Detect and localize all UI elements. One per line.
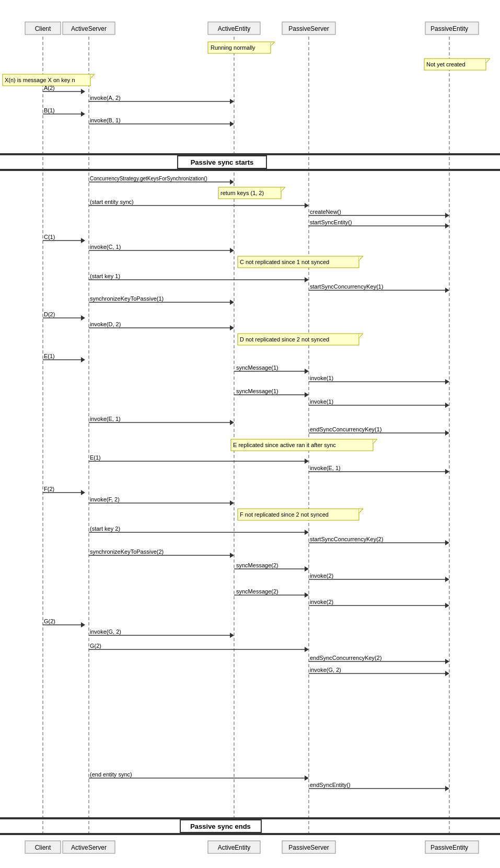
svg-text:A(2): A(2) <box>44 85 55 91</box>
svg-text:syncMessage(1): syncMessage(1) <box>236 364 278 371</box>
svg-marker-129 <box>305 592 309 598</box>
svg-text:PassiveServer: PassiveServer <box>288 844 329 851</box>
svg-text:Passive sync starts: Passive sync starts <box>191 158 254 166</box>
svg-marker-60 <box>305 277 309 282</box>
svg-marker-28 <box>81 111 85 117</box>
svg-text:createNew(): createNew() <box>310 209 341 215</box>
svg-marker-89 <box>445 403 449 408</box>
svg-text:ActiveServer: ActiveServer <box>71 844 107 851</box>
svg-marker-135 <box>81 622 85 627</box>
svg-marker-25 <box>230 99 234 104</box>
svg-text:Passive sync ends: Passive sync ends <box>190 823 251 830</box>
svg-marker-31 <box>230 121 234 127</box>
svg-marker-141 <box>305 647 309 652</box>
svg-text:startSyncConcurrencyKey(1): startSyncConcurrencyKey(1) <box>310 283 383 290</box>
svg-text:syncMessage(1): syncMessage(1) <box>236 388 278 394</box>
svg-marker-138 <box>230 633 234 638</box>
svg-marker-106 <box>81 490 85 495</box>
svg-text:Running normally: Running normally <box>211 44 255 51</box>
svg-text:synchronizeKeyToPassive(2): synchronizeKeyToPassive(2) <box>90 549 164 555</box>
svg-text:PassiveEntity: PassiveEntity <box>431 25 468 32</box>
svg-text:Not yet created: Not yet created <box>426 61 466 67</box>
svg-text:return keys (1, 2): return keys (1, 2) <box>220 190 264 196</box>
svg-marker-92 <box>230 420 234 425</box>
svg-text:G(2): G(2) <box>90 643 101 649</box>
svg-text:D(2): D(2) <box>44 311 55 317</box>
svg-marker-109 <box>230 500 234 506</box>
svg-marker-123 <box>305 566 309 572</box>
svg-marker-83 <box>445 379 449 384</box>
svg-marker-69 <box>81 315 85 321</box>
svg-marker-49 <box>445 223 449 229</box>
svg-marker-126 <box>445 577 449 582</box>
svg-marker-114 <box>305 530 309 535</box>
svg-text:ActiveEntity: ActiveEntity <box>218 844 251 851</box>
svg-text:Client: Client <box>35 844 51 851</box>
svg-text:invoke(2): invoke(2) <box>310 599 333 605</box>
svg-marker-72 <box>230 325 234 330</box>
svg-text:startSyncConcurrencyKey(2): startSyncConcurrencyKey(2) <box>310 536 383 542</box>
svg-marker-22 <box>81 89 85 94</box>
svg-marker-66 <box>230 300 234 305</box>
svg-marker-144 <box>445 659 449 664</box>
svg-marker-43 <box>305 203 309 208</box>
svg-text:D not replicated since 2 not s: D not replicated since 2 not synced <box>240 336 329 342</box>
svg-text:(start key 2): (start key 2) <box>90 526 120 532</box>
svg-marker-103 <box>445 469 449 474</box>
svg-text:(start entity sync): (start entity sync) <box>90 199 134 205</box>
svg-text:invoke(E, 1): invoke(E, 1) <box>90 416 121 422</box>
svg-marker-63 <box>445 288 449 293</box>
svg-text:PassiveEntity: PassiveEntity <box>431 844 468 851</box>
svg-text:syncMessage(2): syncMessage(2) <box>236 588 278 595</box>
svg-text:invoke(D, 2): invoke(D, 2) <box>90 321 121 327</box>
svg-text:Client: Client <box>35 25 51 32</box>
svg-text:invoke(F, 2): invoke(F, 2) <box>90 496 120 502</box>
svg-marker-120 <box>230 553 234 558</box>
svg-text:syncMessage(2): syncMessage(2) <box>236 562 278 568</box>
svg-marker-38 <box>230 179 234 185</box>
svg-marker-55 <box>230 248 234 253</box>
svg-marker-77 <box>81 357 85 362</box>
svg-text:invoke(B, 1): invoke(B, 1) <box>90 117 121 123</box>
svg-text:C(1): C(1) <box>44 234 55 240</box>
svg-marker-147 <box>445 671 449 676</box>
sequence-diagram: Client ActiveServer ActiveEntity Passive… <box>0 0 500 868</box>
svg-text:E replicated since active ran : E replicated since active ran it after s… <box>233 442 336 448</box>
svg-marker-86 <box>305 392 309 397</box>
svg-text:ActiveEntity: ActiveEntity <box>218 25 251 32</box>
svg-text:E(1): E(1) <box>44 353 55 359</box>
svg-text:endSyncEntity(): endSyncEntity() <box>310 782 351 788</box>
svg-text:(end entity sync): (end entity sync) <box>90 771 132 778</box>
svg-marker-46 <box>445 213 449 218</box>
svg-marker-80 <box>305 369 309 374</box>
svg-text:invoke(G, 2): invoke(G, 2) <box>310 667 341 673</box>
svg-text:invoke(1): invoke(1) <box>310 375 333 381</box>
svg-marker-117 <box>445 540 449 545</box>
svg-text:X(n) is message X on key n: X(n) is message X on key n <box>5 77 75 83</box>
svg-text:(start key 1): (start key 1) <box>90 273 120 279</box>
svg-marker-150 <box>305 775 309 781</box>
svg-text:synchronizeKeyToPassive(1): synchronizeKeyToPassive(1) <box>90 295 164 302</box>
svg-text:startSyncEntity(): startSyncEntity() <box>310 219 352 225</box>
svg-text:invoke(A, 2): invoke(A, 2) <box>90 95 121 101</box>
svg-text:ActiveServer: ActiveServer <box>71 25 107 32</box>
svg-text:invoke(G, 2): invoke(G, 2) <box>90 629 121 635</box>
svg-text:endSyncConcurrencyKey(2): endSyncConcurrencyKey(2) <box>310 655 382 661</box>
svg-text:invoke(1): invoke(1) <box>310 398 333 405</box>
svg-text:endSyncConcurrencyKey(1): endSyncConcurrencyKey(1) <box>310 426 382 432</box>
svg-text:invoke(C, 1): invoke(C, 1) <box>90 244 121 250</box>
svg-marker-52 <box>81 238 85 243</box>
svg-text:B(1): B(1) <box>44 107 55 113</box>
svg-text:F not replicated since 2 not s: F not replicated since 2 not synced <box>240 511 329 518</box>
svg-text:invoke(E, 1): invoke(E, 1) <box>310 465 341 471</box>
svg-text:invoke(2): invoke(2) <box>310 573 333 579</box>
svg-text:E(1): E(1) <box>90 454 101 461</box>
svg-text:G(2): G(2) <box>44 618 55 624</box>
svg-marker-153 <box>445 786 449 791</box>
svg-marker-95 <box>445 430 449 436</box>
svg-text:F(2): F(2) <box>44 486 54 492</box>
svg-marker-100 <box>305 459 309 464</box>
svg-text:ConcurrencyStrategy.getKeysFor: ConcurrencyStrategy.getKeysForSynchroniz… <box>90 176 207 181</box>
svg-marker-132 <box>445 603 449 608</box>
svg-text:C not replicated since 1 not s: C not replicated since 1 not synced <box>240 259 329 265</box>
